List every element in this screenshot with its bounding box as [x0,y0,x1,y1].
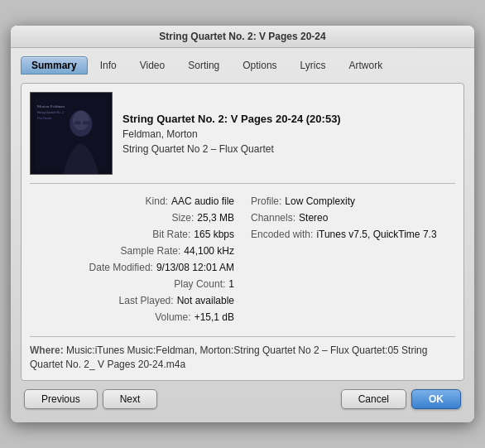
tab-sorting[interactable]: Sorting [177,56,230,75]
footer-right-buttons: Cancel OK [341,389,461,409]
tab-video[interactable]: Video [129,56,175,75]
cancel-button[interactable]: Cancel [341,389,406,409]
track-title: String Quartet No. 2: V Pages 20-24 (20:… [122,113,455,125]
samplerate-value: 44,100 kHz [184,243,234,258]
album-art: Morton Feldman String Quartet No. 2 Flux… [30,92,113,175]
detail-row-modified: Date Modified: 9/13/08 12:01 AM [30,260,234,275]
lastplayed-label: Last Played: [119,293,174,308]
next-button[interactable]: Next [103,389,158,409]
detail-row-volume: Volume: +15,1 dB [30,310,234,325]
detail-row-kind: Kind: AAC audio file [30,194,234,209]
encoded-value: iTunes v7.5, QuickTime 7.3 [316,227,436,242]
detail-col-right: Profile: Low Complexity Channels: Stereo… [251,194,455,326]
content-area: Summary Info Video Sorting Options Lyric… [11,48,474,422]
previous-button[interactable]: Previous [24,389,98,409]
volume-label: Volume: [155,310,190,325]
track-text: String Quartet No. 2: V Pages 20-24 (20:… [122,92,455,175]
track-artist: Feldman, Morton [122,128,455,140]
detail-row-samplerate: Sample Rate: 44,100 kHz [30,243,234,258]
tab-info[interactable]: Info [89,56,127,75]
tab-bar: Summary Info Video Sorting Options Lyric… [21,56,464,75]
size-label: Size: [172,210,194,225]
encoded-label: Encoded with: [251,227,313,242]
svg-text:Flux Quartet: Flux Quartet [37,118,51,121]
channels-label: Channels: [251,210,295,225]
tab-options[interactable]: Options [232,56,287,75]
where-label: Where: [30,344,64,356]
channels-value: Stereo [299,210,328,225]
ok-button[interactable]: OK [411,389,461,409]
svg-text:Morton Feldman: Morton Feldman [37,104,65,108]
modified-value: 9/13/08 12:01 AM [156,260,234,275]
detail-col-left: Kind: AAC audio file Size: 25,3 MB Bit R… [30,194,234,326]
detail-row-playcount: Play Count: 1 [30,277,234,291]
title-bar: String Quartet No. 2: V Pages 20-24 [11,26,474,48]
svg-point-3 [73,111,89,131]
modified-label: Date Modified: [89,260,153,275]
bitrate-label: Bit Rate: [152,227,190,242]
detail-row-encoded: Encoded with: iTunes v7.5, QuickTime 7.3 [251,227,455,242]
kind-label: Kind: [146,194,168,209]
tab-artwork[interactable]: Artwork [338,56,393,75]
profile-value: Low Complexity [285,194,355,209]
detail-row-bitrate: Bit Rate: 165 kbps [30,227,234,242]
kind-value: AAC audio file [171,194,234,209]
window-title: String Quartet No. 2: V Pages 20-24 [159,31,325,42]
svg-rect-4 [74,122,81,125]
lastplayed-value: Not available [177,293,234,308]
track-info-row: Morton Feldman String Quartet No. 2 Flux… [30,92,455,184]
where-value: Music:iTunes Music:Feldman, Morton:Strin… [30,344,427,370]
svg-text:String Quartet No. 2: String Quartet No. 2 [37,112,64,115]
svg-rect-5 [83,122,89,125]
summary-panel: Morton Feldman String Quartet No. 2 Flux… [21,83,464,381]
detail-row-profile: Profile: Low Complexity [251,194,455,209]
detail-row-lastplayed: Last Played: Not available [30,293,234,308]
tab-lyrics[interactable]: Lyrics [290,56,337,75]
detail-row-channels: Channels: Stereo [251,210,455,225]
tab-summary[interactable]: Summary [21,56,88,75]
playcount-label: Play Count: [174,277,225,291]
detail-row-size: Size: 25,3 MB [30,210,234,225]
main-window: String Quartet No. 2: V Pages 20-24 Summ… [11,26,474,422]
playcount-value: 1 [228,277,234,291]
footer-left-buttons: Previous Next [24,389,157,409]
track-album: String Quartet No 2 – Flux Quartet [122,143,455,155]
volume-value: +15,1 dB [194,310,234,325]
where-section: Where: Music:iTunes Music:Feldman, Morto… [30,336,455,372]
footer: Previous Next Cancel OK [21,381,464,412]
size-value: 25,3 MB [197,210,234,225]
profile-label: Profile: [251,194,281,209]
details-section: Kind: AAC audio file Size: 25,3 MB Bit R… [30,194,455,326]
samplerate-label: Sample Rate: [121,243,181,258]
bitrate-value: 165 kbps [194,227,234,242]
